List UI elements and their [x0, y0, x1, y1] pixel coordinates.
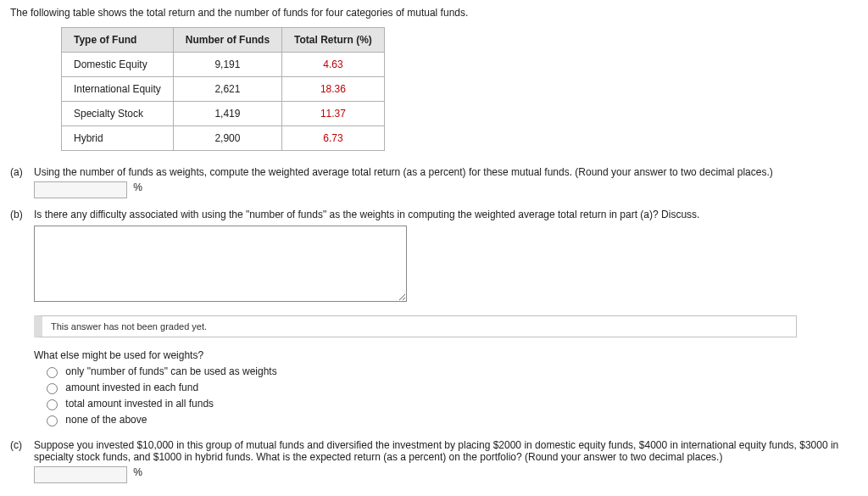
radio-label-2: total amount invested in all funds — [65, 398, 214, 410]
cell-ret: 18.36 — [282, 77, 385, 102]
part-b-subq: What else might be used for weights? — [34, 349, 858, 361]
part-b-textarea[interactable] — [34, 226, 407, 302]
table-row: Hybrid 2,900 6.73 — [62, 126, 385, 151]
cell-num: 2,621 — [173, 77, 281, 102]
table-row: International Equity 2,621 18.36 — [62, 77, 385, 102]
intro-text: The following table shows the total retu… — [10, 7, 858, 19]
cell-type: Specialty Stock — [62, 102, 174, 126]
cell-ret: 11.37 — [282, 102, 385, 126]
radio-option-3[interactable] — [47, 415, 58, 426]
part-a-label: (a) — [10, 166, 34, 178]
cell-ret: 6.73 — [282, 126, 385, 151]
table-row: Specialty Stock 1,419 11.37 — [62, 102, 385, 126]
col-header-num: Number of Funds — [173, 28, 281, 53]
part-b-label: (b) — [10, 209, 34, 220]
part-b-text: Is there any difficulty associated with … — [34, 209, 858, 220]
table-row: Domestic Equity 9,191 4.63 — [62, 53, 385, 77]
radio-option-1[interactable] — [47, 383, 58, 394]
part-a-input[interactable] — [34, 181, 127, 198]
part-a-unit: % — [133, 181, 142, 193]
radio-group-weights: only "number of funds" can be used as we… — [42, 365, 858, 426]
part-c-label: (c) — [10, 439, 34, 451]
cell-num: 1,419 — [173, 102, 281, 126]
part-c-unit: % — [133, 466, 142, 478]
grade-status-box: This answer has not been graded yet. — [34, 315, 797, 337]
funds-table: Type of Fund Number of Funds Total Retur… — [61, 27, 385, 151]
radio-option-2[interactable] — [47, 399, 58, 410]
radio-label-1: amount invested in each fund — [65, 382, 198, 393]
part-c-text: Suppose you invested $10,000 in this gro… — [34, 439, 858, 463]
part-a-text: Using the number of funds as weights, co… — [34, 166, 858, 178]
part-c-input[interactable] — [34, 466, 127, 483]
radio-option-0[interactable] — [47, 367, 58, 378]
cell-num: 2,900 — [173, 126, 281, 151]
cell-type: Domestic Equity — [62, 53, 174, 77]
cell-num: 9,191 — [173, 53, 281, 77]
col-header-type: Type of Fund — [62, 28, 174, 53]
cell-type: Hybrid — [62, 126, 174, 151]
cell-ret: 4.63 — [282, 53, 385, 77]
col-header-return: Total Return (%) — [282, 28, 385, 53]
radio-label-0: only "number of funds" can be used as we… — [65, 365, 276, 377]
cell-type: International Equity — [62, 77, 174, 102]
radio-label-3: none of the above — [65, 414, 147, 426]
